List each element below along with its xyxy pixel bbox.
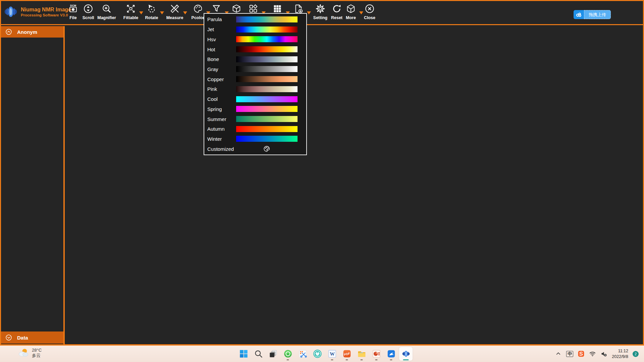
caret-down-icon[interactable] bbox=[183, 11, 187, 14]
toolbar-item-label: Magnifier bbox=[97, 15, 116, 20]
image-canvas bbox=[65, 26, 643, 344]
colormap-option-customized[interactable]: Customized bbox=[204, 144, 306, 154]
tray-time: 11:12 bbox=[612, 348, 628, 354]
app-title: Niumag NMR Image bbox=[21, 6, 71, 13]
taskbar-app-browser[interactable] bbox=[281, 347, 294, 361]
colormap-gradient-bar bbox=[236, 76, 298, 82]
caret-down-icon[interactable] bbox=[307, 11, 311, 14]
niumag-logo-icon bbox=[3, 3, 18, 20]
ime-indicator[interactable]: 中 bbox=[566, 351, 573, 357]
green-browser-icon bbox=[283, 349, 292, 358]
sidebar-panel-data[interactable]: Data bbox=[1, 331, 63, 344]
sidebar-panel-data-label: Data bbox=[17, 335, 28, 341]
pcolor-icon bbox=[193, 4, 203, 14]
colormap-option-jet[interactable]: Jet bbox=[204, 24, 306, 35]
taskbar-app-powerpoint[interactable] bbox=[370, 347, 383, 361]
running-indicator bbox=[390, 359, 392, 360]
toolbar-item-label: Pcolor bbox=[192, 15, 205, 20]
tray-date: 2022/9/8 bbox=[612, 354, 628, 360]
measure-icon bbox=[170, 4, 180, 14]
reset-icon bbox=[332, 4, 342, 14]
colormap-option-autumn[interactable]: Autumn bbox=[204, 124, 306, 134]
colormap-dropdown-menu: ParulaJetHsvHotBoneGrayCopperPinkCoolSpr… bbox=[204, 13, 307, 155]
dcm-file-icon: DCM bbox=[68, 4, 78, 14]
toolbar-item-fittable[interactable]: Fittable bbox=[122, 4, 140, 20]
cube3d-icon bbox=[231, 4, 241, 14]
colormap-option-label: Summer bbox=[207, 116, 226, 122]
toolbar-item-close[interactable]: Close bbox=[361, 4, 379, 20]
toolbar-item-rotate[interactable]: Rotate bbox=[143, 4, 161, 20]
taskbar-app-thunder[interactable] bbox=[384, 347, 398, 361]
colormap-option-label: Bone bbox=[207, 56, 219, 62]
tray-chevron-up-icon[interactable] bbox=[555, 350, 562, 357]
taskbar-app-pdf-reader[interactable]: PDF bbox=[340, 347, 354, 361]
wifi-icon[interactable] bbox=[589, 350, 596, 357]
colormap-gradient-bar bbox=[236, 56, 298, 62]
teal-app-icon bbox=[313, 349, 322, 358]
setting-icon bbox=[315, 4, 325, 14]
taskbar-app-word[interactable]: W bbox=[325, 347, 339, 361]
colormap-option-cool[interactable]: Cool bbox=[204, 94, 306, 104]
volume-muted-icon[interactable] bbox=[600, 350, 607, 357]
colormap-option-label: Parula bbox=[207, 16, 222, 22]
app-logo: Niumag NMR Image Processing Software V3.… bbox=[3, 3, 71, 20]
toolbar-item-label: Rotate bbox=[145, 15, 158, 20]
baidu-upload-widget[interactable]: 拖拽上传 bbox=[574, 10, 611, 19]
colormap-option-hot[interactable]: Hot bbox=[204, 44, 306, 54]
chevron-down-circle-icon bbox=[5, 334, 12, 341]
colormap-option-label: Customized bbox=[207, 146, 234, 152]
taskbar-apps: WPDF bbox=[237, 347, 413, 361]
win-start-icon bbox=[239, 349, 248, 358]
colormap-option-label: Hsv bbox=[207, 37, 216, 42]
toolbar-item-scroll[interactable]: Scroll bbox=[79, 4, 97, 20]
colormap-option-hsv[interactable]: Hsv bbox=[204, 34, 306, 44]
more-icon bbox=[346, 4, 356, 14]
scroll-icon bbox=[83, 4, 93, 14]
toolbar-item-more[interactable]: More bbox=[342, 4, 360, 20]
colormap-option-copper[interactable]: Copper bbox=[204, 74, 306, 84]
taskbar-app-file-explorer[interactable] bbox=[355, 347, 368, 361]
taskbar-app-teal-app[interactable] bbox=[311, 347, 324, 361]
colormap-option-label: Winter bbox=[207, 136, 222, 142]
taskbar-app-task-view[interactable] bbox=[266, 347, 280, 361]
colormap-option-label: Gray bbox=[207, 66, 218, 72]
toolbar-item-measure[interactable]: Measure bbox=[166, 4, 184, 20]
colormap-option-summer[interactable]: Summer bbox=[204, 114, 306, 124]
taskbar-app-windows-start[interactable] bbox=[237, 347, 250, 361]
weather-temperature: 28°C bbox=[32, 348, 42, 353]
running-indicator bbox=[331, 359, 333, 360]
pdf-icon: PDF bbox=[342, 349, 352, 358]
colormap-option-spring[interactable]: Spring bbox=[204, 104, 306, 114]
colormap-option-parula[interactable]: Parula bbox=[204, 14, 306, 24]
sogou-input-icon[interactable] bbox=[578, 350, 585, 357]
toolbar-item-magnifier[interactable]: Magnifier bbox=[98, 4, 116, 20]
grid-icon bbox=[272, 4, 282, 14]
svg-text:DCM: DCM bbox=[70, 4, 76, 7]
weather-widget[interactable]: 28°C 多云 bbox=[17, 347, 42, 359]
colormap-option-bone[interactable]: Bone bbox=[204, 54, 306, 64]
rotate-icon bbox=[147, 4, 157, 14]
colormap-option-label: Cool bbox=[207, 96, 218, 102]
taskbar-app-search[interactable] bbox=[252, 347, 265, 361]
toolbar-item-setting[interactable]: Setting bbox=[311, 4, 329, 20]
colormap-option-pink[interactable]: Pink bbox=[204, 84, 306, 94]
search-icon bbox=[254, 349, 263, 358]
colormap-option-label: Hot bbox=[207, 47, 215, 52]
colormap-gradient-bar bbox=[236, 136, 298, 142]
taskbar-app-screenshot-tool[interactable] bbox=[296, 347, 309, 361]
running-indicator bbox=[375, 359, 378, 360]
colormap-gradient-bar bbox=[236, 66, 298, 72]
clock[interactable]: 11:12 2022/9/8 bbox=[612, 348, 628, 360]
baidu-netdisk-icon bbox=[574, 10, 584, 19]
colormap-option-gray[interactable]: Gray bbox=[204, 64, 306, 74]
sidebar-panel-anonym[interactable]: Anonym bbox=[1, 26, 63, 38]
close-icon bbox=[365, 4, 375, 14]
colormap-gradient-bar bbox=[236, 86, 298, 92]
folder-icon bbox=[357, 349, 366, 358]
caret-down-icon[interactable] bbox=[160, 11, 164, 14]
taskbar-app-niumag-nmr[interactable] bbox=[399, 347, 413, 361]
colormap-option-winter[interactable]: Winter bbox=[204, 134, 306, 144]
app-title-block: Niumag NMR Image Processing Software V3.… bbox=[21, 6, 71, 17]
notification-badge[interactable]: 2 bbox=[633, 351, 639, 357]
sidebar: Anonym Data bbox=[1, 26, 65, 344]
